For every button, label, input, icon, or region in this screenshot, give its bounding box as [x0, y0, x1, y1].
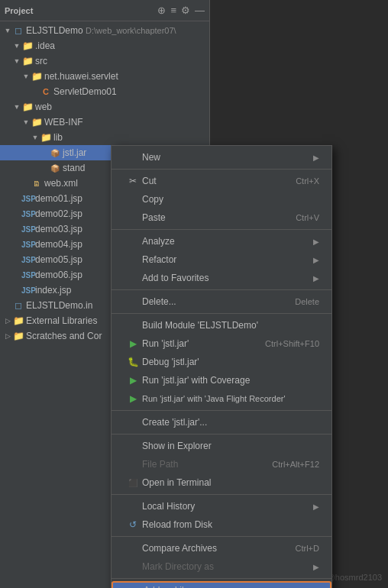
shortcut-label: Delete [295, 297, 319, 306]
tree-label: demo04.jsp [35, 239, 82, 250]
menu-item-file-path: File Path Ctrl+Alt+F12 [112, 455, 331, 473]
menu-label: Create 'jstl.jar'... [142, 417, 319, 428]
menu-item-reload-disk[interactable]: ↺ Reload from Disk [112, 515, 331, 534]
context-menu: New ▶ ✂ Cut Ctrl+X Copy Paste Ctrl+V Ana… [111, 145, 332, 588]
tree-label: lib [53, 132, 63, 143]
tree-label: index.jsp [35, 285, 71, 296]
jsp-icon: JSP [21, 271, 34, 279]
tree-item-src[interactable]: ▼ 📁 src [0, 53, 209, 69]
menu-item-delete[interactable]: Delete... Delete [112, 292, 331, 311]
menu-label: Build Module 'ELJSTLDemo' [142, 320, 319, 331]
tree-item-eljstldemo[interactable]: ▼ ◻ ELJSTLDemo D:\web_work\chapter07\ [0, 23, 209, 38]
tree-item-idea[interactable]: ▼ 📁 .idea [0, 38, 209, 53]
menu-item-add-favorites[interactable]: Add to Favorites ▶ [112, 269, 331, 287]
menu-label: Cut [142, 176, 280, 186]
tree-label: demo05.jsp [35, 254, 82, 265]
tree-item-lib[interactable]: ▼ 📁 lib [0, 130, 209, 145]
module-icon: ◻ [12, 300, 24, 311]
tree-item-webinf[interactable]: ▼ 📁 WEB-INF [0, 115, 209, 130]
tree-arrow: ▼ [3, 27, 12, 34]
shortcut-label: Ctrl+V [296, 213, 319, 222]
jsp-icon: JSP [21, 210, 34, 218]
minimize-icon[interactable]: — [195, 5, 205, 16]
tree-label: .idea [35, 40, 55, 51]
menu-label: New [142, 152, 310, 163]
menu-item-analyze[interactable]: Analyze ▶ [112, 232, 331, 250]
menu-label: Analyze [142, 236, 310, 247]
shortcut-label: Ctrl+Alt+F12 [272, 460, 319, 469]
settings-icon[interactable]: ⚙ [181, 5, 190, 16]
menu-label: Add to Favorites [142, 273, 310, 283]
folder-icon: 📁 [21, 56, 34, 66]
menu-label: Mark Directory as [142, 561, 310, 572]
menu-item-add-library[interactable]: Add as Library... [112, 581, 331, 588]
submenu-arrow: ▶ [313, 256, 319, 264]
panel-title: Project [5, 6, 153, 15]
folder-icon: 📁 [12, 331, 24, 341]
shortcut-label: Ctrl+D [296, 544, 319, 553]
tree-arrow: ▼ [12, 42, 21, 50]
menu-item-paste[interactable]: Paste Ctrl+V [112, 208, 331, 227]
menu-label: Run 'jstl.jar' with Coverage [142, 375, 319, 386]
tree-label: web.xml [44, 178, 78, 189]
menu-separator [112, 410, 331, 411]
debug-icon: 🐛 [127, 357, 139, 367]
menu-item-create-jstl[interactable]: Create 'jstl.jar'... [112, 413, 331, 431]
sync-icon[interactable]: ≡ [170, 5, 176, 16]
submenu-arrow: ▶ [313, 237, 319, 246]
tree-label: net.huawei.servlet [44, 71, 118, 82]
folder-icon: 📁 [31, 117, 43, 128]
menu-label: File Path [142, 459, 257, 470]
tree-label: External Libraries [26, 315, 97, 326]
folder-icon: 📁 [21, 102, 34, 112]
tree-arrow: ▼ [21, 73, 31, 80]
menu-label: Reload from Disk [142, 519, 319, 530]
folder-icon: 📁 [21, 40, 34, 51]
shortcut-label: Ctrl+X [296, 176, 319, 186]
menu-item-run-flight[interactable]: ▶ Run 'jstl.jar' with 'Java Flight Recor… [112, 389, 331, 408]
menu-item-run-coverage[interactable]: ▶ Run 'jstl.jar' with Coverage [112, 371, 331, 389]
tree-label: stand [63, 163, 85, 173]
tree-label: web [35, 102, 52, 112]
menu-item-compare-archives[interactable]: Compare Archives Ctrl+D [112, 539, 331, 557]
jsp-icon: JSP [21, 241, 34, 249]
menu-label: Delete... [142, 296, 280, 307]
menu-item-refactor[interactable]: Refactor ▶ [112, 250, 331, 269]
menu-separator [112, 289, 331, 290]
menu-item-show-explorer[interactable]: Show in Explorer [112, 437, 331, 455]
jsp-icon: JSP [21, 256, 34, 264]
tree-item-net-huawei[interactable]: ▼ 📁 net.huawei.servlet [0, 69, 209, 84]
shortcut-label: Ctrl+Shift+F10 [265, 339, 319, 348]
menu-item-build-module[interactable]: Build Module 'ELJSTLDemo' [112, 316, 331, 334]
menu-item-cut[interactable]: ✂ Cut Ctrl+X [112, 172, 331, 190]
module-icon: ◻ [12, 25, 24, 36]
menu-label: Run 'jstl.jar' with 'Java Flight Recorde… [142, 394, 319, 403]
menu-item-new[interactable]: New ▶ [112, 148, 331, 166]
flight-icon: ▶ [127, 393, 139, 404]
terminal-icon: ⬛ [127, 479, 139, 487]
menu-item-open-terminal[interactable]: ⬛ Open in Terminal [112, 473, 331, 492]
menu-separator [112, 434, 331, 435]
tree-label: ServletDemo01 [53, 86, 117, 97]
tree-label: demo02.jsp [35, 208, 82, 219]
submenu-arrow: ▶ [313, 563, 319, 571]
submenu-arrow: ▶ [313, 274, 319, 283]
menu-item-mark-directory: Mark Directory as ▶ [112, 557, 331, 576]
tree-arrow: ▼ [31, 134, 40, 141]
tree-arrow: ▼ [12, 103, 21, 111]
tree-item-servletdemo01[interactable]: C ServletDemo01 [0, 84, 209, 99]
tree-label: jstl.jar [63, 147, 86, 158]
folder-icon: 📁 [40, 132, 52, 143]
menu-label: Copy [142, 194, 319, 205]
menu-separator [112, 169, 331, 170]
tree-label: demo06.jsp [35, 270, 82, 280]
menu-item-debug-jstl[interactable]: 🐛 Debug 'jstl.jar' [112, 353, 331, 371]
menu-item-run-jstl[interactable]: ▶ Run 'jstl.jar' Ctrl+Shift+F10 [112, 334, 331, 353]
submenu-arrow: ▶ [313, 502, 319, 511]
add-icon[interactable]: ⊕ [157, 5, 166, 16]
tree-label: WEB-INF [44, 117, 83, 128]
menu-item-local-history[interactable]: Local History ▶ [112, 497, 331, 515]
menu-item-copy[interactable]: Copy [112, 190, 331, 208]
tree-item-web[interactable]: ▼ 📁 web [0, 99, 209, 115]
menu-separator [112, 313, 331, 314]
